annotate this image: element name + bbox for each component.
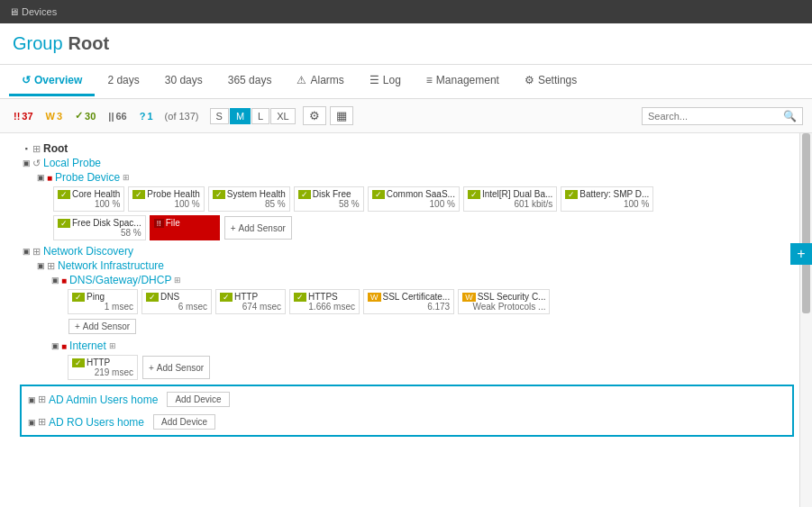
dns-device-icon: ■ <box>61 276 67 285</box>
search-box[interactable]: 🔍 <box>642 107 803 125</box>
tab-log[interactable]: ☰ Log <box>357 67 414 96</box>
ad-ro-users-node: ▣ ⊞ AD RO Users home Add Device <box>25 414 789 430</box>
dns-add-sensor-button[interactable]: + Add Sensor <box>68 319 136 334</box>
root-label: Root <box>68 33 110 54</box>
alarms-icon: ⚠ <box>297 74 306 86</box>
internet-sensors: ✓HTTP 219 msec + Add Sensor <box>67 354 794 381</box>
tab-2days[interactable]: 2 days <box>95 67 151 96</box>
tab-30days[interactable]: 30 days <box>152 67 215 96</box>
grid-view-button[interactable]: ▦ <box>330 106 353 125</box>
sensor-probe-health[interactable]: ✓Probe Health 100 % <box>128 186 204 212</box>
tab-settings[interactable]: ⚙ Settings <box>512 67 589 96</box>
sensor-core-health[interactable]: ✓Core Health 100 % <box>53 186 124 212</box>
tab-management[interactable]: ≡ Management <box>414 67 512 96</box>
size-l-button[interactable]: L <box>251 108 269 124</box>
local-probe-label[interactable]: Local Probe <box>43 157 101 169</box>
sensor-common-saas[interactable]: ✓Common SaaS... 100 % <box>368 186 460 212</box>
internet-add-sensor-button[interactable]: + Add Sensor <box>142 356 210 379</box>
size-s-button[interactable]: S <box>210 108 229 124</box>
dns-add-sensor-row: + Add Sensor <box>67 317 794 336</box>
content-area: ▪ ⊞ Root ▣ ↺ Local Probe ▣ ■ Probe Devic… <box>0 133 799 507</box>
internet-icon: ■ <box>61 341 67 351</box>
ad-admin-users-node: ▣ ⊞ AD Admin Users home Add Device <box>25 392 789 407</box>
internet-node: ▣ ■ Internet ⊞ <box>49 340 794 352</box>
sensor-http-dns[interactable]: ✓HTTP 674 msec <box>215 289 286 314</box>
probe-sensors-row1: ✓Core Health 100 % ✓Probe Health 100 % ✓… <box>52 186 794 213</box>
dns-remote-icon: ⊞ <box>174 276 181 285</box>
local-probe-icon: ↺ <box>32 158 41 169</box>
devices-icon: 🖥 <box>9 6 19 17</box>
internet-plus-icon: + <box>149 363 154 373</box>
probe-device-label[interactable]: Probe Device <box>55 171 120 184</box>
network-infra-toggle[interactable]: ▣ <box>34 261 47 270</box>
sensor-file[interactable]: !!File <box>150 215 220 240</box>
dns-plus-icon: + <box>75 321 80 331</box>
sensor-http-internet[interactable]: ✓HTTP 219 msec <box>68 355 138 380</box>
ad-admin-toggle[interactable]: ▣ <box>25 395 38 404</box>
search-input[interactable] <box>648 111 783 122</box>
probe-device-icon: ■ <box>47 173 52 183</box>
top-bar-title: Devices <box>22 6 57 17</box>
sensor-battery[interactable]: ✓Battery: SMP D... 100 % <box>561 186 653 212</box>
main-content: ▪ ⊞ Root ▣ ↺ Local Probe ▣ ■ Probe Devic… <box>0 133 812 507</box>
probe-device-toggle[interactable]: ▣ <box>34 173 47 182</box>
nav-tabs: ↺ Overview 2 days 30 days 365 days ⚠ Ala… <box>0 65 812 99</box>
sensor-ssl-cert[interactable]: WSSL Certificate... 6.173 <box>363 289 454 314</box>
sensor-https[interactable]: ✓HTTPS 1.666 msec <box>289 289 360 314</box>
internet-label[interactable]: Internet <box>69 340 106 352</box>
ad-ro-label[interactable]: AD RO Users home <box>49 416 144 429</box>
network-infrastructure-node: ▣ ⊞ Network Infrastructure <box>34 259 794 272</box>
settings-icon: ⚙ <box>525 74 534 86</box>
root-icon: ⊞ <box>32 143 41 155</box>
sensor-disk-free[interactable]: ✓Disk Free 58 % <box>294 186 364 212</box>
network-infra-icon: ⊞ <box>47 260 55 272</box>
title-bar: Group Root <box>0 23 812 65</box>
sensor-ping[interactable]: ✓Ping 1 msec <box>68 289 138 314</box>
probe-device-node: ▣ ■ Probe Device ⊞ <box>34 171 794 184</box>
sensor-free-disk-space[interactable]: ✓Free Disk Spac... 58 % <box>53 215 146 240</box>
probe-add-sensor-button[interactable]: + Add Sensor <box>224 216 292 240</box>
tab-alarms[interactable]: ⚠ Alarms <box>284 67 356 96</box>
internet-toggle[interactable]: ▣ <box>49 341 61 350</box>
total-count: (of 137) <box>165 111 199 122</box>
badge-warning[interactable]: W 3 <box>41 109 68 123</box>
ad-ro-toggle[interactable]: ▣ <box>25 418 38 427</box>
scrollbar[interactable] <box>799 133 812 507</box>
badge-ok[interactable]: ✓ 30 <box>70 108 100 123</box>
badge-error[interactable]: !! 37 <box>9 109 38 123</box>
probe-sensors-row2: ✓Free Disk Spac... 58 % !!File + Add Sen… <box>52 214 794 241</box>
sensor-ssl-security[interactable]: WSSL Security C... Weak Protocols ... <box>458 289 550 314</box>
root-toggle[interactable]: ▪ <box>20 144 32 153</box>
dns-toggle[interactable]: ▣ <box>49 276 61 285</box>
tab-365days[interactable]: 365 days <box>215 67 285 96</box>
ad-ro-add-device-button[interactable]: Add Device <box>153 414 215 430</box>
size-m-button[interactable]: M <box>230 108 251 124</box>
size-xl-button[interactable]: XL <box>270 108 295 124</box>
group-label: Group <box>13 33 63 54</box>
log-icon: ☰ <box>370 74 379 86</box>
grid-settings-button[interactable]: ⚙ <box>303 106 326 125</box>
tab-overview[interactable]: ↺ Overview <box>9 67 95 96</box>
badge-paused[interactable]: || 66 <box>104 109 131 123</box>
ad-ro-icon: ⊞ <box>38 416 46 428</box>
sensor-dns[interactable]: ✓DNS 6 msec <box>141 289 212 314</box>
fab-button[interactable]: + <box>790 243 812 265</box>
overview-icon: ↺ <box>22 74 31 86</box>
network-discovery-label[interactable]: Network Discovery <box>43 245 133 258</box>
top-bar: 🖥 Devices <box>0 0 812 23</box>
plus-icon: + <box>231 223 236 233</box>
network-infra-label[interactable]: Network Infrastructure <box>58 259 164 272</box>
sensor-intel-dual[interactable]: ✓Intel[R] Dual Ba... 601 kbit/s <box>463 186 557 212</box>
ad-users-highlight-box: ▣ ⊞ AD Admin Users home Add Device ▣ ⊞ A… <box>20 385 794 437</box>
local-probe-toggle[interactable]: ▣ <box>20 158 32 167</box>
root-label-tree: Root <box>43 142 68 155</box>
ad-admin-add-device-button[interactable]: Add Device <box>167 392 229 407</box>
sensor-system-health[interactable]: ✓System Health 85 % <box>208 186 290 212</box>
dns-gateway-label[interactable]: DNS/Gateway/DHCP <box>69 274 171 286</box>
ad-admin-label[interactable]: AD Admin Users home <box>49 394 158 406</box>
network-discovery-toggle[interactable]: ▣ <box>20 247 32 256</box>
scrollbar-thumb[interactable] <box>802 133 810 313</box>
badge-unknown[interactable]: ? 1 <box>135 109 158 123</box>
network-discovery-icon: ⊞ <box>32 246 41 258</box>
dns-sensors: ✓Ping 1 msec ✓DNS 6 msec ✓HTTP 674 msec … <box>67 288 794 315</box>
